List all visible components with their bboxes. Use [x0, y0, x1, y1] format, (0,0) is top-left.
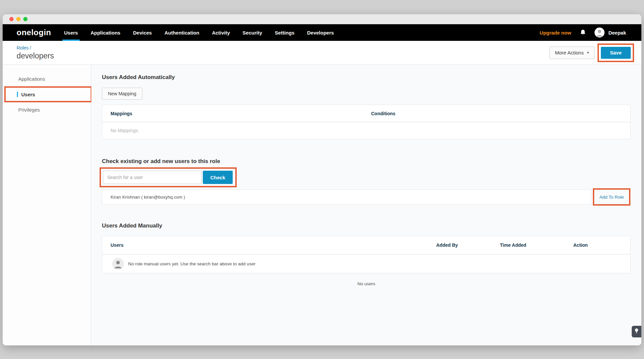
column-header-added-by: Added By [436, 236, 500, 254]
page-header: Roles / developers More Actions ▾ Save [3, 41, 641, 65]
nav-item-users[interactable]: Users [58, 24, 84, 41]
nav-item-applications[interactable]: Applications [84, 24, 127, 41]
user-avatar [595, 28, 604, 38]
breadcrumb-roles-link[interactable]: Roles / [17, 45, 54, 50]
nav-item-devices[interactable]: Devices [127, 24, 158, 41]
help-lightbulb-button[interactable] [632, 326, 641, 337]
mappings-table-header: Mappings Conditions [102, 105, 630, 122]
auto-section-title: Users Added Automatically [102, 74, 631, 81]
add-to-role-annotation-box: Add To Role [593, 188, 630, 206]
check-button[interactable]: Check [203, 171, 233, 184]
nav-item-settings[interactable]: Settings [269, 24, 301, 41]
column-header-users: Users [102, 236, 436, 254]
placeholder-user-avatar [112, 258, 124, 270]
onelogin-logo[interactable]: onelogin [17, 24, 51, 41]
search-annotation-box: Check [100, 167, 237, 187]
lightbulb-icon [634, 328, 639, 335]
notifications-bell-icon[interactable] [580, 29, 586, 36]
close-button[interactable] [9, 17, 14, 21]
search-result-area: Kiran Krishnan ( kiran@boxyhq.com ) Add … [102, 188, 631, 206]
nav-item-authentication[interactable]: Authentication [158, 24, 205, 41]
nav-item-developers[interactable]: Developers [301, 24, 340, 41]
manual-section-title: Users Added Manually [102, 223, 631, 229]
breadcrumb-block: Roles / developers [17, 45, 54, 60]
save-annotation-box: Save [598, 44, 634, 62]
header-actions: More Actions ▾ Save [549, 44, 634, 62]
column-header-conditions: Conditions [371, 105, 630, 122]
users-annotation-box: Users [4, 86, 92, 102]
top-navbar: onelogin Users Applications Devices Auth… [3, 24, 641, 41]
manual-users-table: Users Added By Time Added Action No role… [102, 236, 631, 273]
no-mappings-row: No Mappings. [102, 122, 630, 139]
column-header-action: Action [573, 236, 630, 254]
window-controls [9, 17, 28, 21]
window-titlebar [3, 14, 641, 24]
active-indicator-bar [17, 92, 18, 97]
navbar-right: Upgrade now Deepak [540, 24, 626, 41]
nav-item-security[interactable]: Security [236, 24, 269, 41]
main-content: Users Added Automatically New Mapping Ma… [91, 65, 641, 345]
no-users-text: No users [102, 281, 631, 286]
primary-nav: Users Applications Devices Authenticatio… [58, 24, 340, 41]
column-header-mappings: Mappings [102, 105, 371, 122]
maximize-button[interactable] [23, 17, 28, 21]
mappings-table: Mappings Conditions No Mappings. [102, 105, 631, 139]
sidebar-item-applications[interactable]: Applications [3, 71, 91, 86]
search-user-input[interactable] [103, 171, 201, 184]
more-actions-label: More Actions [555, 50, 584, 55]
column-header-time-added: Time Added [500, 236, 573, 254]
user-menu[interactable]: Deepak [595, 28, 626, 38]
save-button[interactable]: Save [601, 47, 631, 59]
sidebar-item-users[interactable]: Users [6, 88, 91, 101]
page-title: developers [17, 51, 54, 60]
app-window: onelogin Users Applications Devices Auth… [3, 14, 641, 345]
minimize-button[interactable] [16, 17, 21, 21]
upgrade-now-link[interactable]: Upgrade now [540, 30, 571, 36]
nav-item-activity[interactable]: Activity [205, 24, 236, 41]
manual-users-table-header: Users Added By Time Added Action [102, 236, 630, 254]
user-result-row: Kiran Krishnan ( kiran@boxyhq.com ) [102, 189, 591, 205]
sidebar-item-users-label: Users [21, 92, 35, 97]
new-mapping-button[interactable]: New Mapping [102, 88, 142, 100]
check-section-title: Check existing or add new users to this … [102, 158, 631, 165]
no-manual-users-text: No role manual users yet. Use the search… [128, 261, 255, 266]
chevron-down-icon: ▾ [587, 50, 589, 55]
user-name: Deepak [608, 30, 626, 36]
more-actions-button[interactable]: More Actions ▾ [549, 46, 595, 59]
no-manual-users-row: No role manual users yet. Use the search… [102, 254, 630, 273]
sidebar-item-privileges[interactable]: Privileges [3, 102, 91, 117]
add-to-role-link[interactable]: Add To Role [600, 195, 624, 200]
role-sidebar: Applications Users Privileges [3, 65, 91, 345]
